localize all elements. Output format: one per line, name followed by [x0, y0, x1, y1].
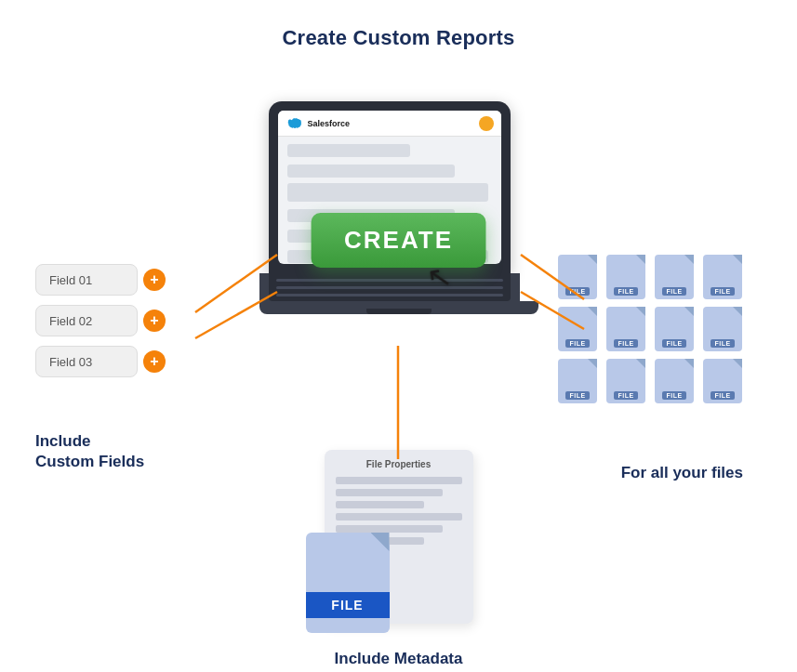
file-tag-3: FILE: [662, 287, 685, 296]
file-tag-4: FILE: [711, 287, 734, 296]
custom-fields-section: Field 01 + Field 02 + Field 03 +: [35, 264, 166, 387]
salesforce-label: Salesforce: [308, 119, 351, 128]
props-row-3: [336, 501, 424, 508]
file-tag-7: FILE: [662, 339, 685, 348]
file-icon-11: FILE: [655, 359, 694, 403]
file-icon-9: FILE: [558, 359, 597, 403]
field-box-3: Field 03: [35, 346, 138, 377]
field-plus-1[interactable]: +: [143, 269, 166, 291]
field-item-1: Field 01 +: [35, 264, 166, 296]
file-properties-wrapper: File Properties FILE: [325, 450, 473, 624]
file-icon-3: FILE: [655, 255, 694, 299]
field-box-2: Field 02: [35, 305, 138, 336]
file-icon-1: FILE: [558, 255, 597, 299]
salesforce-icon: [286, 118, 302, 129]
file-tag-9: FILE: [565, 391, 589, 400]
field-plus-2[interactable]: +: [143, 310, 166, 332]
laptop-base: [259, 301, 538, 314]
file-tag-2: FILE: [614, 287, 637, 296]
file-tag-6: FILE: [614, 339, 637, 348]
file-tag-8: FILE: [711, 339, 734, 348]
big-file-icon: FILE: [306, 533, 390, 633]
include-metadata-label: Include Metadata: [335, 650, 463, 668]
file-icon-12: FILE: [703, 359, 742, 403]
salesforce-bar: Salesforce: [278, 111, 501, 137]
field-item-3: Field 03 +: [35, 346, 166, 377]
create-button[interactable]: CREATE: [311, 213, 486, 268]
props-row-5: [336, 525, 444, 533]
laptop-illustration: Salesforce: [259, 101, 538, 314]
file-icon-2: FILE: [606, 255, 645, 299]
diagram-container: Salesforce: [0, 50, 797, 664]
file-tag-1: FILE: [565, 287, 589, 296]
include-custom-fields-label: Include Custom Fields: [35, 431, 144, 472]
big-file-tag: FILE: [306, 592, 390, 618]
screen-row-1: [287, 144, 410, 157]
user-avatar: [479, 116, 494, 131]
laptop-palm-rest: [259, 273, 520, 301]
for-all-files-label: For all your files: [621, 464, 743, 482]
props-row-4: [336, 513, 462, 520]
props-row-2: [336, 489, 444, 496]
field-item-2: Field 02 +: [35, 305, 166, 336]
file-tag-10: FILE: [614, 391, 637, 400]
file-icon-7: FILE: [655, 307, 694, 351]
page-wrapper: Create Custom Reports: [0, 0, 797, 664]
file-props-title: File Properties: [336, 459, 462, 469]
props-row-1: [336, 477, 462, 484]
page-title: Create Custom Reports: [0, 0, 797, 50]
file-icon-5: FILE: [558, 307, 597, 351]
file-icon-6: FILE: [606, 307, 645, 351]
files-grid: FILE FILE FILE FILE FILE FILE FILE FILE …: [558, 255, 746, 405]
file-properties-section: File Properties FILE: [325, 450, 473, 624]
file-icon-10: FILE: [606, 359, 645, 403]
screen-row-3: [287, 183, 488, 202]
file-tag-5: FILE: [565, 339, 589, 348]
file-icon-8: FILE: [703, 307, 742, 351]
file-tag-11: FILE: [662, 391, 685, 400]
file-tag-12: FILE: [711, 391, 734, 400]
file-icon-4: FILE: [703, 255, 742, 299]
field-plus-3[interactable]: +: [143, 350, 166, 373]
screen-row-2: [287, 165, 455, 178]
cursor-icon: ↖: [424, 260, 454, 294]
field-box-1: Field 01: [35, 264, 138, 296]
